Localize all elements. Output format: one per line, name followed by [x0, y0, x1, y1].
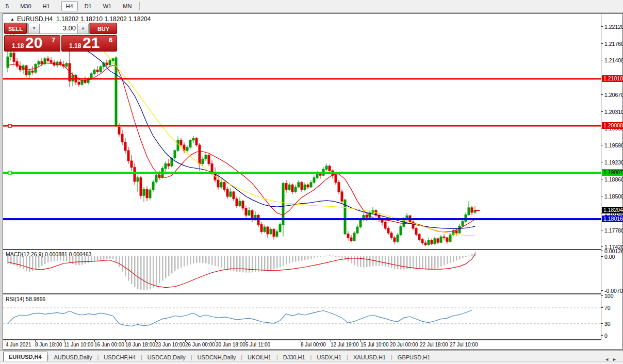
- sell-button[interactable]: SELL: [4, 23, 27, 34]
- chart-tab-ukoil[interactable]: UKOil,H1: [242, 353, 276, 362]
- macd-bar: [394, 256, 396, 269]
- chart-tab-xauusd[interactable]: XAUUSD,H1: [348, 353, 391, 362]
- buy-price-small: 1.18: [69, 42, 81, 49]
- chart-tab-gbpusd[interactable]: GBPUSD,H1: [392, 353, 436, 362]
- price-tick: 1.18500: [604, 193, 623, 200]
- date-tick: 20 Jul 00:00: [390, 342, 418, 348]
- chart-tab-usdx[interactable]: USDX,H1: [312, 353, 347, 362]
- macd-bar: [434, 256, 436, 268]
- price-tick: 1.20310: [604, 109, 623, 115]
- macd-bar: [276, 256, 278, 268]
- timeframe-toolbar: 5M30H1H4D1W1MN: [0, 0, 623, 12]
- macd-bar: [444, 256, 445, 266]
- chart-tab-eurusd[interactable]: EURUSD,H4: [3, 352, 47, 362]
- candle-body: [428, 240, 430, 245]
- macd-bar: [134, 256, 136, 287]
- macd-bar: [81, 256, 83, 265]
- candle-body: [223, 183, 225, 190]
- candle-body: [276, 231, 278, 236]
- macd-bar: [351, 256, 352, 263]
- candle-body: [31, 71, 34, 72]
- macd-bar: [97, 256, 99, 260]
- candle-body: [143, 189, 145, 195]
- timeframe-button-w1[interactable]: W1: [99, 1, 117, 11]
- macd-bar: [171, 256, 173, 274]
- date-tick: 23 Jun 10:00: [155, 342, 185, 348]
- macd-bar: [397, 256, 399, 269]
- macd-bar: [218, 256, 219, 267]
- date-tick: 12 Jul 19:00: [331, 342, 359, 348]
- macd-bar: [140, 256, 142, 290]
- macd-bar: [273, 256, 275, 269]
- volume-decrease-button[interactable]: ▼: [28, 24, 40, 34]
- candle-body: [236, 199, 238, 206]
- macd-bar: [211, 256, 213, 265]
- candle-body: [134, 168, 136, 181]
- timeframe-button-m30[interactable]: M30: [15, 1, 36, 11]
- macd-bar: [190, 256, 191, 264]
- volume-input[interactable]: 3.00: [40, 23, 76, 34]
- candle-body: [329, 166, 331, 171]
- chart-tab-usdcad[interactable]: USDCAD,Daily: [142, 353, 191, 362]
- hline-marker[interactable]: [8, 124, 11, 127]
- chart-window: ▲EURUSD,H4 1.18202 1.18210 1.18202 1.182…: [3, 13, 623, 350]
- macd-bar: [338, 256, 340, 257]
- hline-1.21010[interactable]: [3, 78, 601, 79]
- chart-tab-usdcnh[interactable]: USDCNH,Daily: [192, 353, 241, 362]
- candle-body: [248, 210, 250, 215]
- macd-bar: [357, 256, 358, 267]
- macd-bar: [109, 256, 111, 259]
- hline-1.18016[interactable]: [3, 218, 601, 220]
- timeframe-button-h4[interactable]: H4: [61, 1, 78, 11]
- price-axis[interactable]: 1.221201.217601.214001.206701.203101.199…: [601, 14, 623, 340]
- timeframe-button-d1[interactable]: D1: [80, 1, 96, 11]
- macd-indicator-pane[interactable]: MACD(12,26,9) 0.000881 0.000463: [3, 250, 601, 294]
- macd-bar: [153, 256, 154, 288]
- candle-body: [471, 208, 473, 212]
- macd-bar: [292, 256, 293, 262]
- candle-body: [226, 189, 228, 196]
- candle-body: [28, 71, 30, 74]
- candle-body: [211, 163, 213, 173]
- timeframe-button-h1[interactable]: H1: [38, 1, 55, 11]
- hline-1.19007[interactable]: [3, 172, 601, 174]
- macd-bar: [447, 256, 448, 264]
- macd-bar: [348, 256, 349, 261]
- macd-bar: [159, 256, 160, 283]
- chart-tab-audusd[interactable]: AUDUSD,Daily: [48, 353, 97, 362]
- candle-body: [356, 227, 358, 233]
- rsi-indicator-pane[interactable]: RSI(14) 58.9866: [3, 295, 601, 340]
- buy-button[interactable]: BUY: [90, 23, 117, 34]
- macd-bar: [26, 256, 27, 271]
- macd-bar: [459, 256, 461, 259]
- macd-bar: [106, 256, 108, 259]
- macd-scale-label: 0.00: [604, 254, 615, 260]
- date-axis[interactable]: 4 Jun 20218 Jun 18:0011 Jun 10:0016 Jun …: [3, 340, 601, 349]
- macd-bar: [249, 256, 250, 273]
- macd-signal-line: [8, 254, 475, 288]
- macd-bar: [304, 256, 306, 260]
- candle-body: [115, 58, 117, 126]
- macd-bar: [270, 256, 272, 270]
- hline-marker[interactable]: [8, 171, 11, 174]
- price-tick: 1.19230: [604, 159, 623, 166]
- candle-body: [208, 155, 210, 163]
- chart-tab-dj30[interactable]: DJ30,H1: [278, 353, 310, 362]
- macd-bar: [366, 256, 368, 267]
- candle-body: [350, 238, 352, 240]
- volume-increase-button[interactable]: ▲: [77, 24, 89, 34]
- sell-price-display[interactable]: 1.18 20 7: [4, 35, 60, 52]
- buy-price-display[interactable]: 1.18 21 6: [61, 35, 117, 52]
- macd-bar: [385, 256, 386, 267]
- macd-bar: [184, 256, 185, 267]
- chart-tab-usdchf[interactable]: USDCHF,H4: [99, 353, 141, 362]
- candle-body: [424, 243, 427, 245]
- timeframe-button-mn[interactable]: MN: [118, 1, 136, 11]
- hline-1.20008[interactable]: [3, 125, 601, 126]
- candle-body: [273, 229, 275, 237]
- macd-bar: [416, 256, 417, 269]
- price-line-tag: 1.18016: [602, 216, 623, 222]
- candle-body: [90, 74, 92, 78]
- timeframe-button-5[interactable]: 5: [1, 1, 13, 11]
- price-tick: 1.19590: [604, 142, 623, 148]
